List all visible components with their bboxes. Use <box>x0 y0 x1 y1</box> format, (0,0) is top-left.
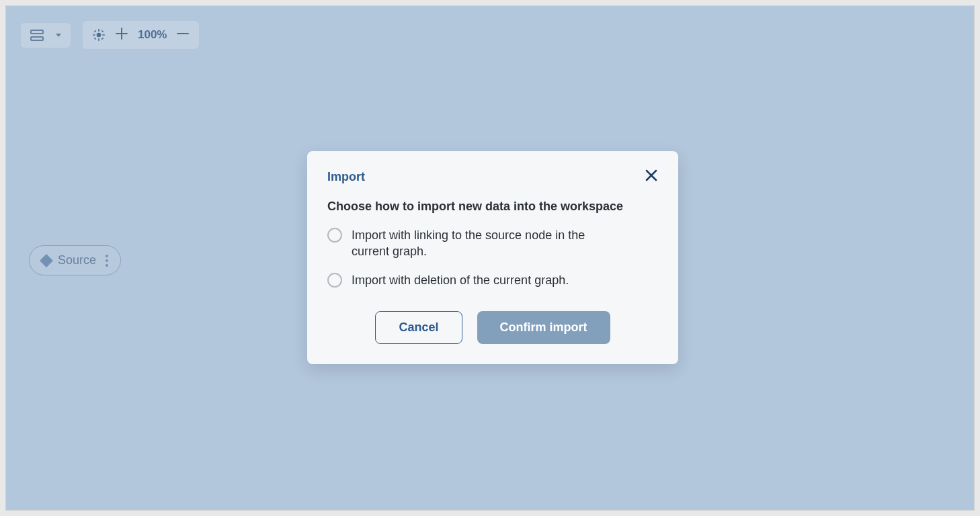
modal-subtitle: Choose how to import new data into the w… <box>327 200 658 214</box>
chevron-down-icon <box>56 34 61 37</box>
zoom-out-button[interactable] <box>176 28 190 42</box>
import-option-label: Import with linking to the source node i… <box>352 227 620 260</box>
modal-header: Import <box>327 169 658 185</box>
close-button[interactable] <box>645 169 658 185</box>
toolbar: 100% <box>21 21 199 49</box>
modal-actions: Cancel Confirm import <box>327 311 658 344</box>
import-modal: Import Choose how to import new data int… <box>307 151 678 364</box>
kebab-icon[interactable] <box>106 255 108 267</box>
radio-icon <box>327 228 342 243</box>
workspace-canvas[interactable]: 100% Source Import Choose how to import … <box>5 5 975 511</box>
modal-title: Import <box>327 170 365 184</box>
zoom-in-button[interactable] <box>115 28 128 42</box>
svg-point-0 <box>97 34 101 37</box>
import-option-delete[interactable]: Import with deletion of the current grap… <box>327 272 658 288</box>
source-node[interactable]: Source <box>29 245 121 275</box>
source-node-label: Source <box>58 253 96 267</box>
cancel-button[interactable]: Cancel <box>375 311 462 344</box>
import-option-link[interactable]: Import with linking to the source node i… <box>327 227 658 260</box>
zoom-level: 100% <box>138 28 167 42</box>
diamond-icon <box>40 254 53 267</box>
layout-icon <box>30 30 44 41</box>
import-option-label: Import with deletion of the current grap… <box>352 272 569 288</box>
layout-selector[interactable] <box>21 23 71 48</box>
confirm-import-button[interactable]: Confirm import <box>477 311 610 344</box>
radio-icon <box>327 273 342 288</box>
target-icon[interactable] <box>92 28 106 42</box>
zoom-controls: 100% <box>83 21 199 49</box>
